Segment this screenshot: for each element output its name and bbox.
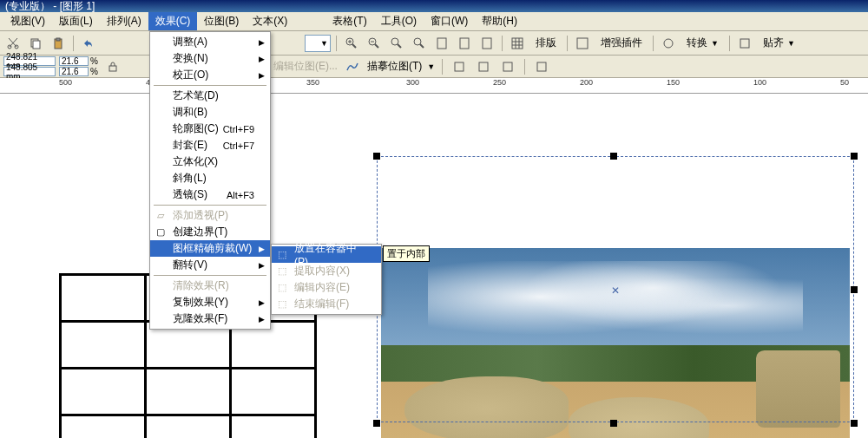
svg-rect-7: [56, 38, 60, 41]
menu-blend[interactable]: 调和(B): [150, 104, 270, 121]
svg-rect-27: [577, 38, 588, 49]
svg-line-18: [420, 44, 424, 48]
selection-handle-mr[interactable]: [851, 286, 858, 293]
menu-transform[interactable]: 变换(N)▶: [150, 50, 270, 67]
paste-icon[interactable]: [49, 34, 68, 53]
menu-adjust[interactable]: 调整(A)▶: [150, 34, 270, 50]
menu-extrude[interactable]: 立体化(X): [150, 154, 270, 170]
menu-view[interactable]: 视图(V): [3, 12, 52, 30]
menu-create-boundary[interactable]: ▢创建边界(T): [150, 224, 270, 240]
lock-ratio-icon[interactable]: [103, 57, 122, 76]
grid-icon[interactable]: [508, 34, 527, 53]
menu-help[interactable]: 帮助(H): [475, 12, 524, 30]
zoom-out-icon[interactable]: [365, 34, 384, 53]
enhance-icon[interactable]: [573, 34, 592, 53]
bitmap-icon[interactable]: [498, 57, 517, 76]
menu-powerclip[interactable]: 图框精确剪裁(W)▶: [150, 240, 270, 257]
submenu-place-inside[interactable]: ⬚放置在容器中(P)...: [272, 246, 381, 263]
menu-copy-effect[interactable]: 复制效果(Y)▶: [150, 294, 270, 311]
powerclip-submenu: ⬚放置在容器中(P)... ⬚提取内容(X) ⬚编辑内容(E) ⬚结束编辑(F): [271, 244, 382, 315]
zoom-page-icon[interactable]: [432, 34, 451, 53]
convert-icon[interactable]: [659, 34, 678, 53]
y-coord-input[interactable]: 148.805 mm: [3, 67, 56, 76]
menu-layout[interactable]: 版面(L): [52, 12, 100, 30]
effects-dropdown: 调整(A)▶ 变换(N)▶ 校正(O)▶ 艺术笔(D) 调和(B) 轮廓图(C)…: [149, 31, 271, 330]
svg-point-15: [391, 38, 398, 45]
selection-handle-tl[interactable]: [373, 153, 380, 160]
zoom-all-icon[interactable]: [410, 34, 429, 53]
zoom-in-icon[interactable]: [342, 34, 361, 53]
place-inside-icon: ⬚: [275, 248, 289, 262]
menu-effects[interactable]: 效果(C): [148, 12, 198, 30]
crop-icon[interactable]: [450, 57, 469, 76]
svg-rect-31: [455, 62, 464, 71]
separator: [73, 36, 74, 51]
snap-icon[interactable]: [735, 34, 754, 53]
extract-icon: ⬚: [275, 265, 289, 278]
zoom-fit-icon[interactable]: [387, 34, 406, 53]
selection-handle-bm[interactable]: [610, 420, 617, 427]
title-bar: (专业版） - [图形 1]: [0, 0, 868, 12]
zoom-dropdown[interactable]: ▼: [305, 35, 331, 52]
percent-label: %: [89, 67, 100, 76]
separator: [442, 59, 443, 75]
menu-separator: [154, 85, 266, 86]
submenu-finish: ⬚结束编辑(F): [272, 296, 381, 312]
menu-artpen[interactable]: 艺术笔(D): [150, 88, 270, 104]
menu-tools[interactable]: 工具(O): [374, 12, 424, 30]
arrange-button[interactable]: 排版: [530, 36, 562, 50]
property-bar: 248.821 mm 148.805 mm 21.6% 21.6% 编辑位图(E…: [0, 56, 868, 78]
zoom-width-icon[interactable]: [455, 34, 474, 53]
menu-text[interactable]: 文本(X): [246, 12, 294, 30]
enhance-button[interactable]: 增强插件: [595, 36, 648, 50]
menu-bevel[interactable]: 斜角(L): [150, 170, 270, 186]
svg-line-9: [352, 44, 356, 48]
separator: [336, 36, 337, 51]
copy-icon[interactable]: [26, 34, 45, 53]
undo-icon[interactable]: [79, 34, 98, 53]
menu-separator: [154, 205, 266, 206]
svg-rect-33: [503, 62, 512, 71]
menu-rollover[interactable]: 翻转(V)▶: [150, 257, 270, 273]
menu-arrange[interactable]: 排列(A): [100, 12, 148, 30]
snap-button[interactable]: 贴齐▼: [758, 36, 800, 50]
menu-bar: 视图(V) 版面(L) 排列(A) 效果(C) 位图(B) 文本(X) 表格(T…: [0, 12, 868, 31]
wrap-icon[interactable]: [532, 57, 551, 76]
separator: [729, 36, 730, 51]
menu-bitmap[interactable]: 位图(B): [197, 12, 246, 30]
menu-add-perspective: ▱添加透视(P): [150, 207, 270, 224]
selection-handle-br[interactable]: [851, 420, 858, 427]
menu-correct[interactable]: 校正(O)▶: [150, 67, 270, 83]
perspective-icon: ▱: [154, 209, 168, 223]
svg-rect-30: [109, 66, 116, 71]
svg-rect-34: [537, 62, 546, 71]
convert-button[interactable]: 转换▼: [681, 36, 724, 50]
menu-clone-effect[interactable]: 克隆效果(F)▶: [150, 311, 270, 327]
svg-line-16: [398, 44, 401, 48]
horizontal-ruler: 500 450 400 350 300 250 200 150 100 50: [0, 78, 868, 94]
cut-icon[interactable]: [3, 34, 23, 53]
menu-window[interactable]: 窗口(W): [424, 12, 475, 30]
scale-x-input[interactable]: 21.6: [59, 56, 89, 66]
menu-clear-effect: 清除效果(R): [150, 278, 270, 294]
selection-handle-bl[interactable]: [373, 420, 380, 427]
svg-line-13: [375, 44, 378, 48]
scale-y-input[interactable]: 21.6: [59, 67, 89, 76]
selection-handle-tr[interactable]: [851, 153, 858, 160]
menu-contour[interactable]: 轮廓图(C)Ctrl+F9: [150, 121, 270, 137]
canvas[interactable]: ✕: [0, 94, 868, 438]
trace-icon[interactable]: [343, 57, 362, 76]
svg-rect-5: [33, 41, 40, 49]
finish-edit-icon: ⬚: [275, 297, 289, 311]
separator: [653, 36, 654, 51]
boundary-icon: ▢: [154, 226, 168, 239]
selection-handle-tm[interactable]: [610, 153, 617, 160]
menu-envelope[interactable]: 封套(E)Ctrl+F7: [150, 137, 270, 154]
edit-contents-icon: ⬚: [275, 281, 289, 295]
menu-table[interactable]: 表格(T): [326, 12, 373, 30]
trace-bitmap-button[interactable]: 描摹位图(T): [367, 59, 422, 74]
menu-lens[interactable]: 透镜(S)Alt+F3: [150, 186, 270, 203]
resample-icon[interactable]: [474, 57, 493, 76]
tooltip: 置于内部: [383, 245, 430, 262]
zoom-height-icon[interactable]: [477, 34, 496, 53]
